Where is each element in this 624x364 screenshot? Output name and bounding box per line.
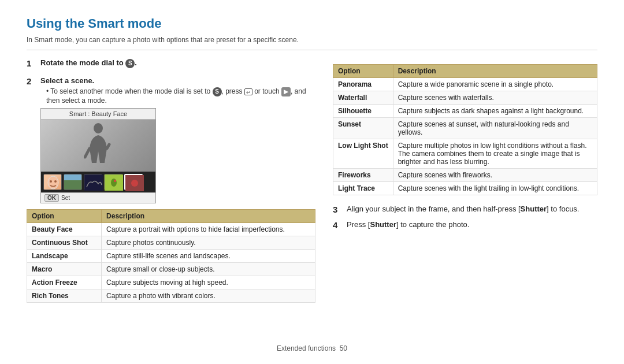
right-option-name: Silhouette [333,105,393,118]
right-option-name: Light Trace [333,182,393,195]
thumb-macro [104,174,122,190]
step-3-number: 3 [333,205,342,214]
right-option-desc: Capture scenes at sunset, with natural-l… [393,118,597,139]
page-subtitle: In Smart mode, you can capture a photo w… [27,36,597,50]
footer: Extended functions 50 [27,339,597,352]
left-option-name: Beauty Face [27,222,102,236]
page: Using the Smart mode In Smart mode, you … [0,0,624,364]
right-option-desc: Capture scenes with fireworks. [393,169,597,182]
step-4: 4 Press [Shutter] to capture the photo. [333,220,597,230]
step-4-number: 4 [333,220,342,230]
back-icon: ↩ [244,88,252,95]
svg-point-3 [54,180,57,183]
left-option-desc: Capture a photo with vibrant colors. [102,289,315,302]
camera-icon: ▶ [281,87,291,96]
right-option-name: Low Light Shot [333,139,393,169]
step-2-text: Select a scene. [40,76,315,85]
s-icon: S [125,59,135,68]
left-option-desc: Capture a portrait with options to hide … [102,222,315,236]
right-table-col1: Option [333,65,393,78]
left-table-row: Beauty Face Capture a portrait with opti… [27,222,315,236]
step-1: 1 Rotate the mode dial to S. [27,58,315,70]
step-2-bullet: To select another mode when the mode dia… [40,87,315,105]
right-option-name: Panorama [333,78,393,91]
left-table-col2: Description [102,209,315,222]
step-1-content: Rotate the mode dial to S. [40,58,315,70]
right-option-desc: Capture scenes with waterfalls. [393,91,597,105]
left-table-row: Action Freeze Capture subjects moving at… [27,276,315,289]
content-area: 1 Rotate the mode dial to S. 2 Select a … [27,58,597,339]
right-option-name: Waterfall [333,91,393,105]
left-option-desc: Capture photos continuously. [102,236,315,249]
footer-page-num: 50 [340,344,347,352]
camera-preview: Smart : Beauty Face [40,108,156,203]
thumb-landscape [64,174,82,190]
right-option-name: Fireworks [333,169,393,182]
thumb-selected [124,174,143,190]
camera-top-bar: Smart : Beauty Face [41,109,155,120]
step-2-content: Select a scene. To select another mode w… [40,76,315,203]
left-table-row: Landscape Capture still-life scenes and … [27,249,315,262]
camera-screen [41,120,155,172]
right-table-row: Fireworks Capture scenes with fireworks. [333,169,597,182]
svg-point-0 [94,123,103,133]
shutter-bold-1: Shutter [521,205,547,213]
svg-point-2 [50,180,52,183]
right-option-desc: Capture multiple photos in low light con… [393,139,597,169]
person-silhouette [84,122,113,169]
right-table-row: Light Trace Capture scenes with the ligh… [333,182,597,195]
left-table-row: Rich Tones Capture a photo with vibrant … [27,289,315,302]
right-table-row: Low Light Shot Capture multiple photos i… [333,139,597,169]
step-2: 2 Select a scene. To select another mode… [27,76,315,203]
camera-bottom-bar: OK Set [41,192,155,203]
right-table-col2: Description [393,65,597,78]
set-label: Set [61,195,70,201]
left-option-desc: Capture subjects moving at high speed. [102,276,315,289]
step-3-text: Align your subject in the frame, and the… [347,205,579,213]
step-2-number: 2 [27,76,36,86]
shutter-bold-2: Shutter [370,220,396,229]
macro-thumb-icon [105,174,123,191]
left-option-name: Rich Tones [27,289,102,302]
svg-point-7 [114,180,116,182]
step-3: 3 Align your subject in the frame, and t… [333,205,597,214]
svg-point-9 [131,180,138,187]
ok-button[interactable]: OK [44,194,59,202]
right-options-table: Option Description Panorama Capture a wi… [333,64,597,195]
face-thumb-icon [44,174,62,190]
right-option-desc: Capture subjects as dark shapes against … [393,105,597,118]
svg-point-6 [111,179,117,187]
step-4-text: Press [Shutter] to capture the photo. [347,220,469,229]
left-option-name: Action Freeze [27,276,102,289]
s-icon-2: S [213,87,222,96]
left-options-table: Option Description Beauty Face Capture a… [27,209,315,303]
left-option-name: Macro [27,262,102,276]
footer-text: Extended functions [277,344,336,352]
right-column: Option Description Panorama Capture a wi… [333,58,597,339]
left-option-desc: Capture still-life scenes and landscapes… [102,249,315,262]
thumb-beauty-face [43,174,62,190]
page-title: Using the Smart mode [27,16,597,31]
step-1-number: 1 [27,58,36,68]
left-table-row: Macro Capture small or close-up subjects… [27,262,315,276]
right-table-row: Panorama Capture a wide panoramic scene … [333,78,597,91]
step-1-text: Rotate the mode dial to S. [40,58,315,68]
right-table-row: Silhouette Capture subjects as dark shap… [333,105,597,118]
thumbnails-bar [41,172,155,192]
left-table-col1: Option [27,209,102,222]
svg-point-1 [48,176,58,189]
left-option-name: Continuous Shot [27,236,102,249]
right-option-desc: Capture a wide panoramic scene in a sing… [393,78,597,91]
right-table-row: Sunset Capture scenes at sunset, with na… [333,118,597,139]
right-option-name: Sunset [333,118,393,139]
dark-thumb-icon [84,174,103,191]
selected-thumb-icon [125,175,144,191]
left-column: 1 Rotate the mode dial to S. 2 Select a … [27,58,315,339]
left-option-desc: Capture small or close-up subjects. [102,262,315,276]
right-option-desc: Capture scenes with the light trailing i… [393,182,597,195]
left-table-row: Continuous Shot Capture photos continuou… [27,236,315,249]
left-option-name: Landscape [27,249,102,262]
right-table-row: Waterfall Capture scenes with waterfalls… [333,91,597,105]
thumb-dark [84,174,102,190]
